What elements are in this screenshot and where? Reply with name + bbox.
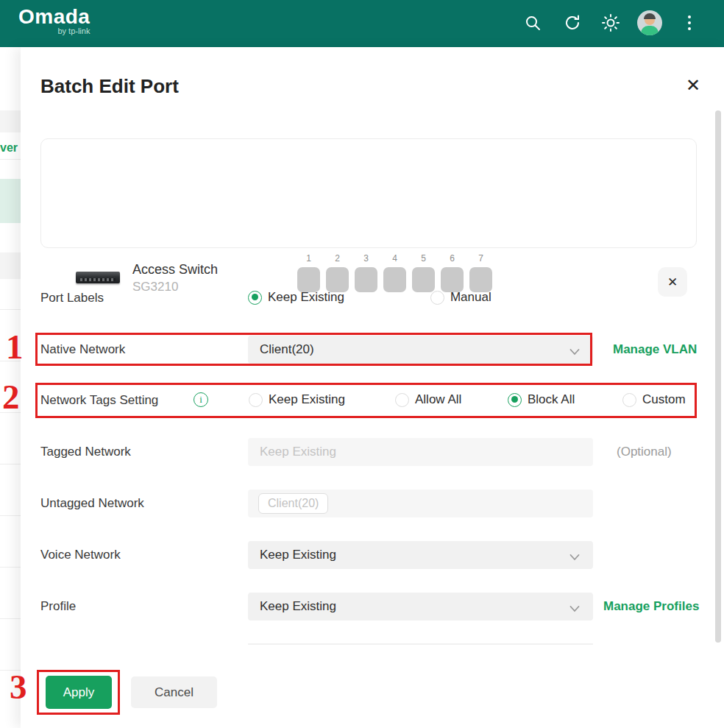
- port-labels-radios: Keep Existing Manual: [248, 290, 491, 305]
- port-3: 3: [355, 253, 377, 292]
- background-link-fragment: ver: [0, 141, 18, 155]
- port-6: 6: [441, 253, 464, 292]
- search-icon[interactable]: [522, 13, 543, 33]
- voice-network-label: Voice Network: [40, 548, 121, 562]
- port-2: 2: [326, 253, 349, 292]
- network-chip: Client(20): [258, 493, 328, 514]
- profile-dropdown[interactable]: Keep Existing: [248, 593, 593, 621]
- manage-vlan-link[interactable]: Manage VLAN: [613, 342, 697, 357]
- logo-text: Omada: [18, 5, 90, 28]
- annotation-number-2: 2: [2, 377, 20, 417]
- radio-port-labels-manual[interactable]: Manual: [430, 290, 491, 305]
- annotation-number-3: 3: [10, 667, 27, 707]
- device-card: Access Switch SG3210 1 2 3 4 5 6 7 ✕: [40, 138, 697, 248]
- manage-profiles-link[interactable]: Manage Profiles: [603, 599, 699, 614]
- radio-port-labels-keep-existing[interactable]: Keep Existing: [248, 290, 344, 305]
- port-4: 4: [383, 253, 406, 292]
- switch-thumbnail: [76, 272, 120, 283]
- remove-device-icon[interactable]: ✕: [658, 267, 687, 297]
- port-selector: 1 2 3 4 5 6 7: [297, 253, 492, 292]
- background-band: [0, 252, 21, 279]
- port-5: 5: [412, 253, 435, 292]
- port-1: 1: [297, 253, 320, 292]
- chevron-down-icon: [569, 602, 580, 615]
- device-type: Access Switch: [132, 262, 218, 278]
- annotation-box-1: [35, 333, 592, 366]
- top-bar: Omada by tp-link: [0, 0, 724, 47]
- untagged-network-label: Untagged Network: [40, 496, 144, 511]
- avatar-body: [641, 26, 659, 35]
- port-square-1[interactable]: [297, 267, 320, 292]
- port-square-4[interactable]: [383, 267, 406, 292]
- chevron-down-icon: [569, 551, 580, 564]
- tagged-network-input-wrap: [248, 438, 593, 466]
- omada-logo: Omada by tp-link: [18, 5, 90, 35]
- modal-title: Batch Edit Port: [40, 75, 179, 98]
- tagged-network-input[interactable]: [248, 438, 593, 466]
- radio-unselected-icon: [430, 291, 444, 305]
- refresh-icon[interactable]: [562, 13, 583, 33]
- voice-network-dropdown[interactable]: Keep Existing: [248, 541, 593, 569]
- port-labels-label: Port Labels: [40, 291, 104, 305]
- port-square-5[interactable]: [412, 267, 435, 292]
- port-square-3[interactable]: [355, 267, 377, 292]
- background-band: [0, 110, 21, 132]
- annotation-box-2: [35, 383, 697, 418]
- radio-selected-icon: [248, 291, 262, 305]
- profile-label: Profile: [40, 599, 76, 614]
- kebab-menu-icon[interactable]: [683, 13, 696, 33]
- close-icon[interactable]: ✕: [681, 74, 705, 97]
- port-7: 7: [469, 253, 492, 292]
- port-square-6[interactable]: [441, 267, 464, 292]
- annotation-box-3: [37, 670, 120, 715]
- annotation-number-1: 1: [6, 327, 24, 367]
- untagged-network-input[interactable]: Client(20): [248, 490, 593, 517]
- background-selected-row: [0, 179, 21, 223]
- avatar-hair: [644, 13, 656, 19]
- port-square-7[interactable]: [469, 267, 492, 292]
- tagged-network-label: Tagged Network: [40, 445, 131, 459]
- optional-note: (Optional): [617, 445, 672, 459]
- cancel-button[interactable]: Cancel: [131, 676, 217, 708]
- port-square-2[interactable]: [326, 267, 349, 292]
- avatar[interactable]: [637, 10, 662, 35]
- brightness-icon[interactable]: [600, 13, 621, 33]
- form-divider: [248, 643, 593, 645]
- device-model: SG3210: [132, 280, 178, 294]
- modal-scrollbar[interactable]: [715, 110, 721, 643]
